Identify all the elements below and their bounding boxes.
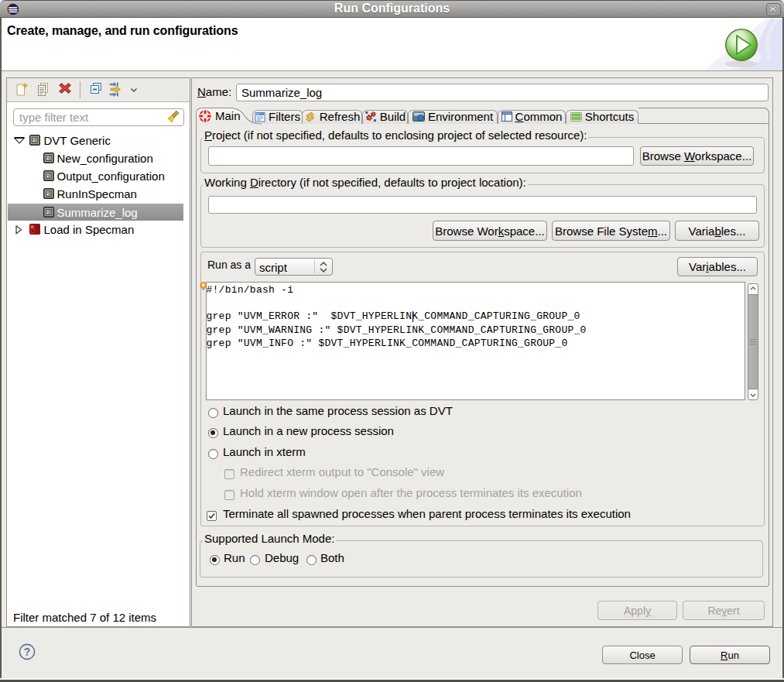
svg-text:?: ? bbox=[24, 646, 31, 658]
